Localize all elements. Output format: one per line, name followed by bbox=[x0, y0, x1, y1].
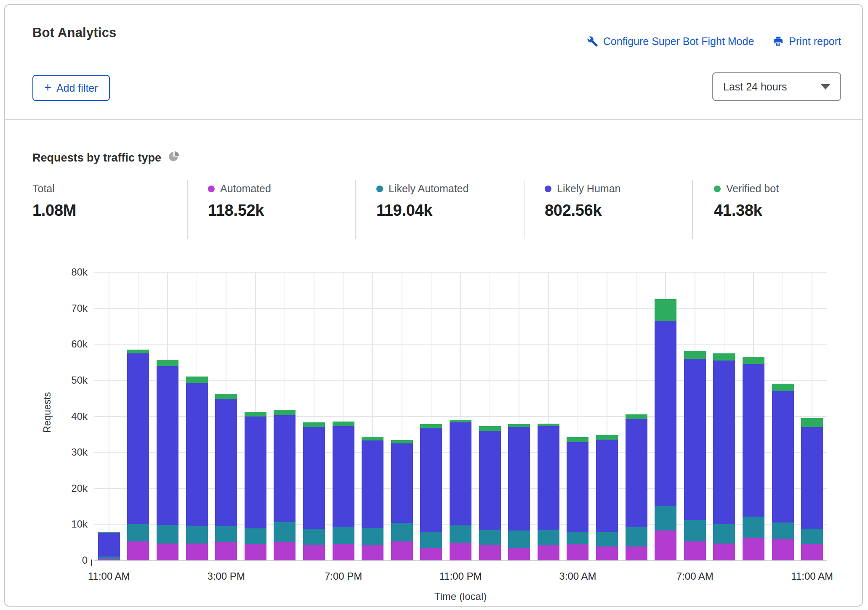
wrench-icon bbox=[587, 36, 598, 47]
y-tick-label: 60k bbox=[5, 338, 88, 350]
bar-segment-automated bbox=[743, 538, 764, 560]
bar-segment-verified-bot bbox=[333, 422, 354, 426]
bar-segment-likely-human bbox=[450, 422, 471, 525]
add-filter-button[interactable]: + Add filter bbox=[32, 75, 110, 101]
bar-1-00-pm[interactable] bbox=[157, 360, 178, 560]
stat-likely-automated[interactable]: Likely Automated 119.04k bbox=[376, 183, 469, 220]
bar-segment-likely-human bbox=[420, 428, 442, 532]
bar-segment-likely-human bbox=[684, 359, 706, 520]
bar-12-00-am[interactable] bbox=[479, 426, 501, 560]
configure-sbfm-link[interactable]: Configure Super Bot Fight Mode bbox=[587, 35, 754, 48]
bar-4-00-pm[interactable] bbox=[245, 412, 266, 560]
bar-segment-automated bbox=[801, 544, 823, 560]
bar-segment-likely-automated bbox=[333, 527, 354, 544]
bar-segment-likely-automated bbox=[98, 557, 120, 559]
bar-6-00-pm[interactable] bbox=[303, 422, 325, 560]
axis-origin-tick bbox=[91, 560, 92, 566]
bar-segment-likely-human bbox=[801, 427, 823, 529]
bar-7-00-am[interactable] bbox=[684, 351, 706, 560]
x-axis-ticks: 11:00 AM3:00 PM7:00 PM11:00 PM3:00 AM7:0… bbox=[94, 570, 827, 585]
print-report-link[interactable]: Print report bbox=[772, 35, 841, 48]
bar-segment-verified-bot bbox=[245, 412, 266, 416]
y-tick-label: 80k bbox=[5, 266, 88, 278]
bar-6-00-am[interactable] bbox=[655, 299, 676, 560]
bar-segment-likely-automated bbox=[713, 524, 735, 543]
stat-likely-human[interactable]: Likely Human 802.56k bbox=[545, 183, 620, 220]
bar-segment-automated bbox=[508, 548, 530, 560]
bar-1-00-am[interactable] bbox=[508, 424, 530, 560]
bar-segment-automated bbox=[303, 545, 325, 560]
bar-segment-likely-automated bbox=[186, 526, 208, 544]
bar-segment-likely-automated bbox=[479, 530, 501, 545]
bar-11-00-am[interactable] bbox=[801, 418, 823, 560]
bar-segment-likely-automated bbox=[245, 528, 266, 544]
bar-segment-likely-human bbox=[303, 427, 325, 528]
bar-segment-likely-human bbox=[274, 415, 296, 522]
x-tick-label: 7:00 PM bbox=[325, 570, 362, 582]
bar-segment-automated bbox=[362, 545, 383, 560]
bar-segment-automated bbox=[98, 559, 120, 560]
bar-segment-likely-human bbox=[98, 533, 120, 557]
bar-9-00-am[interactable] bbox=[743, 357, 764, 560]
y-tick-label: 30k bbox=[5, 446, 88, 458]
bar-segment-verified-bot bbox=[157, 360, 178, 366]
bar-3-00-am[interactable] bbox=[567, 437, 588, 560]
configure-sbfm-label: Configure Super Bot Fight Mode bbox=[603, 35, 754, 48]
bar-segment-automated bbox=[772, 539, 794, 560]
analytics-card: Bot Analytics Configure Super Bot Fight … bbox=[4, 4, 863, 607]
x-tick-label: 11:00 PM bbox=[439, 570, 482, 582]
y-tick-label: 70k bbox=[5, 302, 88, 314]
time-range-select[interactable]: Last 24 hours bbox=[712, 72, 841, 101]
y-tick-label: 40k bbox=[5, 411, 88, 422]
y-tick-label: 50k bbox=[5, 374, 88, 386]
bar-7-00-pm[interactable] bbox=[333, 422, 354, 561]
bar-2-00-am[interactable] bbox=[538, 424, 559, 560]
bar-10-00-am[interactable] bbox=[772, 384, 794, 560]
bar-12-00-pm[interactable] bbox=[127, 350, 149, 560]
bar-9-00-pm[interactable] bbox=[391, 440, 413, 560]
bar-11-00-am[interactable] bbox=[98, 532, 120, 561]
bar-segment-automated bbox=[127, 541, 149, 560]
y-axis-ticks: 010k20k30k40k50k60k70k80k bbox=[5, 272, 88, 560]
stat-divider bbox=[524, 180, 525, 239]
bar-segment-verified-bot bbox=[450, 420, 471, 422]
stat-verified-bot[interactable]: Verified bot 41.38k bbox=[714, 183, 779, 220]
bar-4-00-am[interactable] bbox=[596, 435, 618, 560]
bar-segment-automated bbox=[655, 530, 676, 560]
bar-segment-likely-automated bbox=[655, 506, 676, 530]
bar-segment-automated bbox=[186, 544, 208, 560]
page-title: Bot Analytics bbox=[32, 25, 117, 40]
bar-segment-likely-automated bbox=[772, 522, 794, 539]
bar-11-00-pm[interactable] bbox=[450, 420, 471, 560]
legend-dot-likely-automated bbox=[376, 186, 383, 192]
bar-5-00-am[interactable] bbox=[626, 414, 647, 560]
bar-segment-automated bbox=[684, 541, 706, 560]
bar-segment-automated bbox=[567, 544, 588, 560]
pie-chart-icon bbox=[168, 151, 180, 165]
bar-segment-likely-human bbox=[362, 440, 383, 528]
bar-2-00-pm[interactable] bbox=[186, 377, 208, 560]
stat-total[interactable]: Total 1.08M bbox=[32, 183, 76, 220]
bar-segment-automated bbox=[713, 544, 735, 560]
bar-segment-verified-bot bbox=[127, 350, 149, 353]
y-tick-label: 20k bbox=[5, 483, 88, 494]
chevron-down-icon bbox=[821, 84, 830, 90]
bar-segment-likely-automated bbox=[508, 530, 530, 548]
bar-segment-automated bbox=[420, 548, 442, 560]
header-actions: Configure Super Bot Fight Mode Print rep… bbox=[587, 35, 841, 48]
bar-8-00-am[interactable] bbox=[713, 353, 735, 560]
bar-segment-likely-automated bbox=[127, 524, 149, 541]
bar-segment-likely-automated bbox=[596, 532, 618, 546]
bar-segment-automated bbox=[538, 545, 559, 560]
stat-automated[interactable]: Automated 118.52k bbox=[208, 183, 271, 220]
bar-segment-likely-human bbox=[391, 443, 413, 523]
bar-segment-likely-human bbox=[508, 427, 530, 530]
bar-segment-verified-bot bbox=[713, 353, 735, 361]
bar-8-00-pm[interactable] bbox=[362, 437, 383, 560]
bar-segment-verified-bot bbox=[567, 437, 588, 442]
stat-value: 118.52k bbox=[208, 202, 271, 220]
bar-10-00-pm[interactable] bbox=[420, 424, 442, 560]
bar-segment-likely-automated bbox=[626, 527, 647, 546]
bar-3-00-pm[interactable] bbox=[215, 394, 237, 560]
bar-5-00-pm[interactable] bbox=[274, 410, 296, 560]
